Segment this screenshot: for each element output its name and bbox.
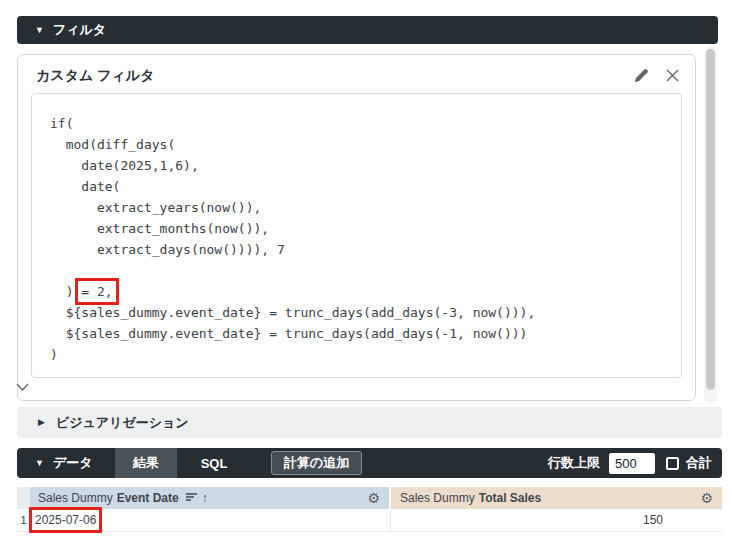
column-header-event-date[interactable]: Sales Dummy Event Date ↑ ⚙ <box>30 487 391 509</box>
column-header-total-sales[interactable]: Sales Dummy Total Sales ⚙ <box>391 487 722 509</box>
gear-icon[interactable]: ⚙ <box>700 491 713 505</box>
visualization-section-title: ビジュアリゼーション <box>56 414 189 432</box>
filters-section-header[interactable]: ▼ フィルタ <box>17 16 718 44</box>
column-field-name: Total Sales <box>479 491 541 505</box>
tab-sql[interactable]: SQL <box>183 448 245 478</box>
custom-filter-actions <box>634 68 679 83</box>
sort-indicator-group: ↑ <box>185 491 208 505</box>
red-annotation-box-eq2: = 2, <box>81 284 112 299</box>
custom-filter-panel: カスタム フィルタ if( mod(diff_days( date(2025,1… <box>17 54 696 401</box>
column-field-name: Event Date <box>117 491 179 505</box>
filter-scrollbar-thumb[interactable] <box>706 49 715 390</box>
column-view-prefix: Sales Dummy <box>38 491 113 505</box>
code-line: extract_years(now()), <box>50 197 681 218</box>
code-line-highlighted: ) = 2, <box>50 281 681 302</box>
code-line: ${sales_dummy.event_date} = trunc_days(a… <box>50 323 681 344</box>
cell-event-date[interactable]: 2025-07-06 <box>30 509 391 531</box>
close-icon[interactable] <box>666 69 679 82</box>
data-section-header: ▼ データ 結果 SQL 計算の追加 行数上限 合計 <box>17 448 722 478</box>
red-annotation-box-date: 2025-07-06 <box>35 513 96 527</box>
custom-filter-expression-editor[interactable]: if( mod(diff_days( date(2025,1,6), date(… <box>31 93 682 378</box>
row-limit-label: 行数上限 <box>548 454 600 472</box>
totals-checkbox[interactable] <box>666 457 679 470</box>
caret-down-icon: ▼ <box>35 459 44 468</box>
code-line: extract_days(now()))), 7 <box>50 239 681 260</box>
add-calculation-button[interactable]: 計算の追加 <box>271 451 362 475</box>
row-number-header-cell <box>17 487 30 509</box>
filters-section-title: フィルタ <box>53 21 106 39</box>
edit-pencil-icon[interactable] <box>634 68 649 83</box>
custom-filter-title: カスタム フィルタ <box>36 67 155 85</box>
explore-screen: ▼ フィルタ カスタム フィルタ if( mod(diff_days( date… <box>0 0 732 557</box>
code-line: if( <box>50 113 681 134</box>
code-line: date(2025,1,6), <box>50 155 681 176</box>
results-table: Sales Dummy Event Date ↑ ⚙ Sales Dummy T… <box>17 487 722 532</box>
data-section-title-group[interactable]: ▼ データ <box>17 454 115 472</box>
code-line: extract_months(now()), <box>50 218 681 239</box>
row-limit-input[interactable] <box>609 453 655 474</box>
data-section-title: データ <box>53 454 93 472</box>
visualization-section-header[interactable]: ▶ ビジュアリゼーション <box>17 407 722 438</box>
cell-total-sales[interactable]: 150 <box>391 513 722 527</box>
caret-down-icon: ▼ <box>35 26 44 35</box>
code-line: ${sales_dummy.event_date} = trunc_days(a… <box>50 302 681 323</box>
code-line: date( <box>50 176 681 197</box>
filter-scrollbar-track[interactable] <box>704 46 717 403</box>
totals-label: 合計 <box>686 454 712 472</box>
caret-right-icon: ▶ <box>38 418 45 427</box>
column-view-prefix: Sales Dummy <box>400 491 475 505</box>
code-line-blank <box>50 260 681 281</box>
code-line: mod(diff_days( <box>50 134 681 155</box>
filter-list-icon <box>185 491 198 505</box>
sort-ascending-icon[interactable]: ↑ <box>202 491 208 505</box>
table-header-row: Sales Dummy Event Date ↑ ⚙ Sales Dummy T… <box>17 487 722 509</box>
gear-icon[interactable]: ⚙ <box>367 491 380 505</box>
row-number: 1 <box>17 514 30 526</box>
table-row: 1 2025-07-06 150 <box>17 509 722 532</box>
chevron-down-icon[interactable] <box>16 378 29 396</box>
tab-results[interactable]: 結果 <box>115 448 177 478</box>
code-highlight-prefix: ) <box>50 284 81 299</box>
code-line: ) <box>50 344 681 365</box>
